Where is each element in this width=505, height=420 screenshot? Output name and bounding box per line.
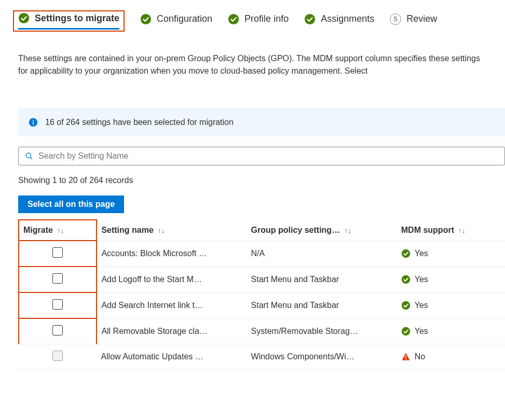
svg-rect-13 [405,355,406,358]
cell-group-policy: N/A [247,241,397,267]
tab-label: Review [406,13,437,24]
table-row: Add Search Internet link t…Start Menu an… [19,292,505,318]
cell-group-policy: Start Menu and Taskbar [247,292,397,318]
mdm-value: Yes [415,249,428,258]
sort-icon: ↑↓ [158,227,165,234]
migrate-checkbox [52,351,63,361]
migrate-checkbox[interactable] [52,247,63,258]
check-circle-icon [228,13,239,25]
tab-profile-info[interactable]: Profile info [228,13,289,29]
tab-label: Configuration [157,13,212,24]
tab-review[interactable]: 5 Review [390,13,437,29]
tab-assignments[interactable]: Assignments [304,13,374,29]
col-header-migrate[interactable]: Migrate ↑↓ [19,220,97,241]
search-box[interactable] [18,147,505,165]
cell-migrate [19,344,97,370]
svg-point-3 [305,13,315,24]
migrate-checkbox[interactable] [52,299,63,310]
cell-mdm-support: Yes [397,292,505,318]
cell-setting-name: Accounts: Block Microsoft … [97,241,247,267]
svg-point-2 [228,13,239,24]
cell-migrate [19,267,97,292]
highlight-box-tabs: Settings to migrate [13,10,125,32]
check-circle-icon [18,12,30,24]
svg-point-12 [402,327,411,336]
col-header-mdm-support[interactable]: MDM support ↑↓ [397,220,505,241]
search-input[interactable] [38,151,498,161]
tab-label: Settings to migrate [35,13,119,24]
records-count: Showing 1 to 20 of 264 records [0,171,505,190]
svg-point-7 [26,153,31,158]
cell-mdm-support: No [397,344,505,370]
banner-text: 16 of 264 settings have been selected fo… [45,118,234,127]
search-icon [25,152,33,160]
svg-point-14 [405,359,406,360]
check-circle-icon [304,13,316,25]
check-circle-icon [401,249,411,258]
check-circle-icon [401,275,411,284]
cell-setting-name: All Removable Storage cla… [97,318,247,344]
warning-icon [401,352,411,361]
info-banner: 16 of 264 settings have been selected fo… [18,108,505,136]
col-header-setting-name[interactable]: Setting name ↑↓ [97,220,247,241]
info-icon [29,118,38,127]
settings-table: Migrate ↑↓ Setting name ↑↓ Group policy … [18,219,505,370]
table-row: Accounts: Block Microsoft …N/AYes [19,241,505,267]
svg-point-6 [33,120,34,121]
select-all-button[interactable]: Select all on this page [18,195,124,213]
cell-mdm-support: Yes [397,267,505,292]
cell-group-policy: Windows Components/Wi… [247,344,397,370]
table-row: Allow Automatic Updates …Windows Compone… [19,344,505,370]
mdm-value: Yes [415,301,428,310]
col-header-group-policy[interactable]: Group policy setting… ↑↓ [247,220,397,241]
tab-configuration[interactable]: Configuration [140,13,212,29]
migrate-checkbox[interactable] [52,325,63,335]
check-circle-icon [401,327,411,336]
mdm-value: Yes [415,327,428,336]
cell-setting-name: Add Logoff to the Start M… [97,267,247,292]
wizard-tabs: Settings to migrate Configuration Profil… [0,0,505,37]
mdm-value: Yes [415,275,428,284]
mdm-value: No [415,352,425,361]
svg-rect-5 [33,122,34,125]
cell-group-policy: Start Menu and Taskbar [247,267,397,292]
check-circle-icon [401,301,411,310]
description-text: These settings are contained in your on-… [0,37,505,82]
migrate-checkbox[interactable] [52,273,63,284]
cell-setting-name: Allow Automatic Updates … [97,344,247,370]
sort-icon: ↑↓ [345,227,351,234]
table-row: Add Logoff to the Start M…Start Menu and… [19,267,505,292]
tab-label: Profile info [244,13,289,24]
svg-point-9 [402,249,411,258]
step-number-icon: 5 [390,13,401,25]
svg-line-8 [30,157,32,159]
table-row: All Removable Storage cla…System/Removab… [19,318,505,344]
cell-migrate [19,318,97,344]
cell-setting-name: Add Search Internet link t… [97,292,247,318]
cell-mdm-support: Yes [397,241,505,267]
tab-label: Assignments [321,13,374,24]
svg-point-1 [141,13,151,24]
svg-point-10 [402,275,411,284]
check-circle-icon [140,13,152,25]
cell-migrate [19,241,97,267]
svg-point-0 [19,13,29,23]
sort-icon: ↑↓ [57,227,64,234]
tab-settings-to-migrate[interactable]: Settings to migrate [18,12,119,30]
cell-mdm-support: Yes [397,318,505,344]
cell-migrate [19,292,97,318]
svg-point-11 [402,301,411,310]
sort-icon: ↑↓ [458,227,465,234]
cell-group-policy: System/Removable Storag… [247,318,397,344]
